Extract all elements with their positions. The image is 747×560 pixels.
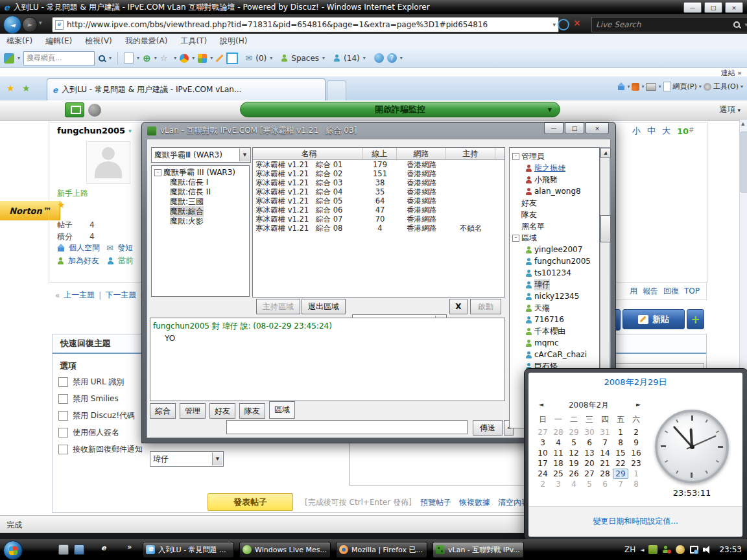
calendar-day[interactable]: 26 xyxy=(566,469,582,479)
author-name[interactable]: fungchun2005 xyxy=(57,126,125,135)
calendar-day[interactable]: 21 xyxy=(597,458,613,469)
add-icon[interactable]: ⊕ xyxy=(143,52,151,64)
user-tree-row[interactable]: nicky12345 xyxy=(510,290,599,302)
user-tree-label[interactable]: mqmc xyxy=(534,338,559,347)
server-row[interactable]: 寒冰霸權 v1.21 綜合 0647香港網路 xyxy=(253,205,504,215)
user-tree-row[interactable]: 716716 xyxy=(510,314,599,325)
calendar-day[interactable]: 28 xyxy=(597,469,613,479)
taskbar-task[interactable]: Windows Live Mes... xyxy=(239,542,331,558)
post-action-link[interactable]: 報告 xyxy=(643,286,658,297)
calendar-day[interactable]: 30 xyxy=(582,427,597,438)
font-size-link[interactable]: 中 xyxy=(647,125,656,137)
user-tree-row[interactable]: alan_wong8 xyxy=(510,185,599,197)
calendar-day[interactable]: 31 xyxy=(597,427,613,438)
author-name-row[interactable]: fungchun2005 xyxy=(57,126,132,135)
pencil-icon[interactable] xyxy=(216,54,224,62)
people-icon[interactable] xyxy=(333,54,340,62)
chat-log[interactable]: fungchun2005 對 瑋仔 說: (08-02-29 23:45:24)… xyxy=(150,318,505,401)
menu-item[interactable]: 檔案(F) xyxy=(6,36,32,47)
game-tree-row[interactable]: 魔獸:火影 xyxy=(152,216,249,226)
user-tree-label[interactable]: cArCaR_chazi xyxy=(534,350,587,359)
quick-launch-switcher-icon[interactable] xyxy=(74,544,84,555)
blog-it-icon[interactable] xyxy=(226,52,238,64)
server-row[interactable]: 寒冰霸權 v1.21 綜合 01179香港網路 xyxy=(253,160,504,169)
address-field[interactable]: http://www.ipve.com/bbs/viewthread.php?t… xyxy=(52,17,559,32)
user-tree-row[interactable]: mqmc xyxy=(510,337,599,349)
user-tree-label[interactable]: 千本櫻由 xyxy=(534,326,565,337)
calendar-day[interactable]: 11 xyxy=(551,448,566,458)
chat-tab[interactable]: 區域 xyxy=(269,401,295,419)
services-caret-icon[interactable] xyxy=(210,55,213,61)
checkbox[interactable] xyxy=(58,411,68,421)
favorites-caret-icon[interactable] xyxy=(174,55,176,61)
game-tree-row[interactable]: 魔獸:綜合 xyxy=(152,207,249,216)
calendar-day[interactable]: 8 xyxy=(613,438,628,448)
game-select-arrow-icon[interactable] xyxy=(239,148,250,161)
avatar[interactable] xyxy=(86,141,130,184)
calendar-day[interactable]: 5 xyxy=(566,438,582,448)
checkbox[interactable] xyxy=(58,445,68,454)
chat-input[interactable] xyxy=(226,420,468,434)
tools-menu-label[interactable]: 工具(O) xyxy=(713,82,739,91)
taskbar-task[interactable]: vLan - 互聯對戰 IPv... xyxy=(433,542,524,558)
menu-item[interactable]: 工具(T) xyxy=(180,36,207,47)
chat-tab[interactable]: 綜合 xyxy=(150,403,176,419)
calendar-day[interactable]: 16 xyxy=(628,448,644,458)
print-icon[interactable] xyxy=(646,83,656,91)
chat-target-select[interactable]: 瑋仔 xyxy=(150,451,224,467)
calendar-day[interactable]: 27 xyxy=(582,469,597,479)
toolbar-search-caret-icon[interactable] xyxy=(109,55,112,61)
game-tree-row[interactable]: 魔獸:三國 xyxy=(152,197,249,207)
messenger-globe-icon[interactable] xyxy=(374,53,384,63)
fraud-monitor-button[interactable]: 開啟詐騙監控 xyxy=(240,102,560,117)
minimize-button[interactable] xyxy=(683,2,702,13)
vlan-titlebar[interactable]: vLan - 互聯對戰 IPvE.COM [寒冰霸權 v1.21 綜合 03] xyxy=(142,122,615,139)
user-tree-label[interactable]: alan_wong8 xyxy=(534,187,581,196)
feeds-caret-icon[interactable] xyxy=(641,84,644,89)
calendar-day[interactable]: 1 xyxy=(628,469,644,479)
game-tree-row[interactable]: - 魔獸爭霸 III (WAR3) xyxy=(152,168,249,178)
stop-button[interactable] xyxy=(573,18,581,28)
print-caret-icon[interactable] xyxy=(658,84,661,89)
post-action-link[interactable]: TOP xyxy=(684,286,700,296)
calendar-day[interactable]: 12 xyxy=(566,448,582,458)
checkbox[interactable] xyxy=(58,428,68,438)
user-tree-label[interactable]: 716716 xyxy=(534,315,564,324)
toolbar-search-placeholder[interactable]: 搜尋網頁... xyxy=(27,53,62,63)
brand-icon[interactable] xyxy=(4,53,14,64)
toolbar-search-input[interactable]: 搜尋網頁... xyxy=(23,51,95,65)
new-post-button[interactable]: 新貼 xyxy=(622,309,685,329)
quick-launch-desktop-icon[interactable] xyxy=(58,544,69,555)
user-tree-label[interactable]: 龍之振雄 xyxy=(534,163,565,174)
live-search-box[interactable]: Live Search xyxy=(591,17,747,32)
mail-caret-icon[interactable] xyxy=(270,55,272,61)
norton-options-label[interactable]: 選項 xyxy=(719,104,735,115)
menu-item[interactable]: 說明(H) xyxy=(220,36,247,47)
calendar-day[interactable]: 23 xyxy=(628,458,644,469)
game-select[interactable]: 魔獸爭霸Ⅲ (WAR3) xyxy=(151,147,251,163)
scroll-up-icon[interactable] xyxy=(604,150,607,156)
user-tree-label[interactable]: ts101234 xyxy=(534,268,571,277)
browser-tab[interactable]: e 入到LU - 常見問題 & 用户建議 - IPvE.COM vLan... xyxy=(47,78,326,100)
user-tree-row[interactable]: cArCaR_chazi xyxy=(510,349,599,360)
menu-item[interactable]: 我的最愛(A) xyxy=(125,36,168,47)
calendar-day[interactable]: 22 xyxy=(613,458,628,469)
calendar-day[interactable]: 1 xyxy=(613,427,628,438)
server-table-header[interactable]: 名稱線上網路主持 xyxy=(253,148,504,160)
quick-reply-action-link[interactable]: 恢複數據 xyxy=(459,497,490,508)
user-tree-row[interactable]: - 區域 xyxy=(510,232,599,244)
new-tab-stub[interactable] xyxy=(327,80,346,101)
calendar-day[interactable]: 4 xyxy=(566,479,582,489)
browser-titlebar[interactable]: e 入到LU - 常見問題 & 用户建議 - IPvE.COM vLan 互聯對… xyxy=(0,0,747,14)
font-size-link[interactable]: 大 xyxy=(662,125,670,137)
calendar-day[interactable]: 7 xyxy=(613,479,628,489)
launch-button[interactable]: 啟動 xyxy=(470,299,501,314)
user-tree-row[interactable]: 瑋仔 xyxy=(510,279,599,290)
norton-monitor-icon[interactable] xyxy=(65,102,84,117)
toolbar-search-icon[interactable] xyxy=(98,54,106,62)
calendar-day[interactable]: 9 xyxy=(628,438,644,448)
user-tree-row[interactable]: ts101234 xyxy=(510,267,599,279)
next-thread-link[interactable]: 下一主題 xyxy=(105,290,136,301)
home-icon[interactable] xyxy=(617,83,625,91)
home-caret-icon[interactable] xyxy=(627,84,630,89)
